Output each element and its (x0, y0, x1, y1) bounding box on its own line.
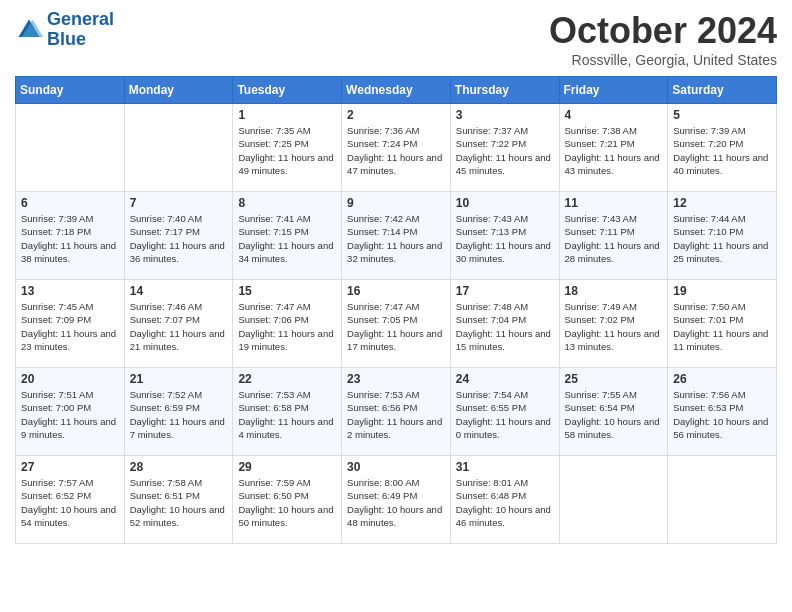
calendar-cell: 11Sunrise: 7:43 AM Sunset: 7:11 PM Dayli… (559, 192, 668, 280)
calendar-header: SundayMondayTuesdayWednesdayThursdayFrid… (16, 77, 777, 104)
day-info: Sunrise: 8:01 AM Sunset: 6:48 PM Dayligh… (456, 476, 554, 529)
day-info: Sunrise: 7:59 AM Sunset: 6:50 PM Dayligh… (238, 476, 336, 529)
day-info: Sunrise: 7:47 AM Sunset: 7:06 PM Dayligh… (238, 300, 336, 353)
day-number: 8 (238, 196, 336, 210)
calendar-cell: 31Sunrise: 8:01 AM Sunset: 6:48 PM Dayli… (450, 456, 559, 544)
day-info: Sunrise: 7:44 AM Sunset: 7:10 PM Dayligh… (673, 212, 771, 265)
calendar-week-row: 13Sunrise: 7:45 AM Sunset: 7:09 PM Dayli… (16, 280, 777, 368)
day-number: 1 (238, 108, 336, 122)
day-number: 25 (565, 372, 663, 386)
day-number: 10 (456, 196, 554, 210)
calendar-cell: 16Sunrise: 7:47 AM Sunset: 7:05 PM Dayli… (342, 280, 451, 368)
calendar-cell (124, 104, 233, 192)
calendar-cell: 29Sunrise: 7:59 AM Sunset: 6:50 PM Dayli… (233, 456, 342, 544)
day-number: 29 (238, 460, 336, 474)
calendar-cell: 8Sunrise: 7:41 AM Sunset: 7:15 PM Daylig… (233, 192, 342, 280)
calendar-cell: 18Sunrise: 7:49 AM Sunset: 7:02 PM Dayli… (559, 280, 668, 368)
day-info: Sunrise: 7:53 AM Sunset: 6:58 PM Dayligh… (238, 388, 336, 441)
month-title: October 2024 (549, 10, 777, 52)
logo-text: General Blue (47, 10, 114, 50)
day-info: Sunrise: 8:00 AM Sunset: 6:49 PM Dayligh… (347, 476, 445, 529)
day-info: Sunrise: 7:42 AM Sunset: 7:14 PM Dayligh… (347, 212, 445, 265)
day-number: 5 (673, 108, 771, 122)
day-number: 26 (673, 372, 771, 386)
day-info: Sunrise: 7:47 AM Sunset: 7:05 PM Dayligh… (347, 300, 445, 353)
logo: General Blue (15, 10, 114, 50)
calendar-cell: 21Sunrise: 7:52 AM Sunset: 6:59 PM Dayli… (124, 368, 233, 456)
day-info: Sunrise: 7:48 AM Sunset: 7:04 PM Dayligh… (456, 300, 554, 353)
calendar-cell: 9Sunrise: 7:42 AM Sunset: 7:14 PM Daylig… (342, 192, 451, 280)
day-number: 27 (21, 460, 119, 474)
day-info: Sunrise: 7:57 AM Sunset: 6:52 PM Dayligh… (21, 476, 119, 529)
day-info: Sunrise: 7:54 AM Sunset: 6:55 PM Dayligh… (456, 388, 554, 441)
day-info: Sunrise: 7:39 AM Sunset: 7:20 PM Dayligh… (673, 124, 771, 177)
day-info: Sunrise: 7:51 AM Sunset: 7:00 PM Dayligh… (21, 388, 119, 441)
day-info: Sunrise: 7:53 AM Sunset: 6:56 PM Dayligh… (347, 388, 445, 441)
day-of-week-header: Monday (124, 77, 233, 104)
day-number: 21 (130, 372, 228, 386)
calendar-cell (559, 456, 668, 544)
calendar-cell: 5Sunrise: 7:39 AM Sunset: 7:20 PM Daylig… (668, 104, 777, 192)
day-info: Sunrise: 7:37 AM Sunset: 7:22 PM Dayligh… (456, 124, 554, 177)
calendar-cell: 19Sunrise: 7:50 AM Sunset: 7:01 PM Dayli… (668, 280, 777, 368)
calendar-cell: 14Sunrise: 7:46 AM Sunset: 7:07 PM Dayli… (124, 280, 233, 368)
day-number: 14 (130, 284, 228, 298)
calendar-cell: 6Sunrise: 7:39 AM Sunset: 7:18 PM Daylig… (16, 192, 125, 280)
day-number: 3 (456, 108, 554, 122)
calendar-cell: 7Sunrise: 7:40 AM Sunset: 7:17 PM Daylig… (124, 192, 233, 280)
day-number: 9 (347, 196, 445, 210)
day-number: 20 (21, 372, 119, 386)
day-info: Sunrise: 7:49 AM Sunset: 7:02 PM Dayligh… (565, 300, 663, 353)
title-block: October 2024 Rossville, Georgia, United … (549, 10, 777, 68)
day-number: 31 (456, 460, 554, 474)
calendar-week-row: 1Sunrise: 7:35 AM Sunset: 7:25 PM Daylig… (16, 104, 777, 192)
day-info: Sunrise: 7:40 AM Sunset: 7:17 PM Dayligh… (130, 212, 228, 265)
calendar-cell: 23Sunrise: 7:53 AM Sunset: 6:56 PM Dayli… (342, 368, 451, 456)
calendar-cell (668, 456, 777, 544)
day-number: 2 (347, 108, 445, 122)
calendar-cell: 22Sunrise: 7:53 AM Sunset: 6:58 PM Dayli… (233, 368, 342, 456)
logo-icon (15, 16, 43, 44)
calendar-week-row: 6Sunrise: 7:39 AM Sunset: 7:18 PM Daylig… (16, 192, 777, 280)
day-info: Sunrise: 7:50 AM Sunset: 7:01 PM Dayligh… (673, 300, 771, 353)
day-number: 13 (21, 284, 119, 298)
calendar-cell: 4Sunrise: 7:38 AM Sunset: 7:21 PM Daylig… (559, 104, 668, 192)
day-number: 16 (347, 284, 445, 298)
logo-line2: Blue (47, 29, 86, 49)
day-number: 17 (456, 284, 554, 298)
day-of-week-header: Friday (559, 77, 668, 104)
day-of-week-header: Saturday (668, 77, 777, 104)
day-info: Sunrise: 7:36 AM Sunset: 7:24 PM Dayligh… (347, 124, 445, 177)
day-of-week-header: Sunday (16, 77, 125, 104)
day-number: 22 (238, 372, 336, 386)
calendar-body: 1Sunrise: 7:35 AM Sunset: 7:25 PM Daylig… (16, 104, 777, 544)
day-number: 18 (565, 284, 663, 298)
calendar-cell: 17Sunrise: 7:48 AM Sunset: 7:04 PM Dayli… (450, 280, 559, 368)
day-number: 19 (673, 284, 771, 298)
day-info: Sunrise: 7:43 AM Sunset: 7:11 PM Dayligh… (565, 212, 663, 265)
calendar-cell: 20Sunrise: 7:51 AM Sunset: 7:00 PM Dayli… (16, 368, 125, 456)
calendar-cell: 13Sunrise: 7:45 AM Sunset: 7:09 PM Dayli… (16, 280, 125, 368)
days-of-week-row: SundayMondayTuesdayWednesdayThursdayFrid… (16, 77, 777, 104)
day-info: Sunrise: 7:55 AM Sunset: 6:54 PM Dayligh… (565, 388, 663, 441)
day-info: Sunrise: 7:38 AM Sunset: 7:21 PM Dayligh… (565, 124, 663, 177)
day-info: Sunrise: 7:35 AM Sunset: 7:25 PM Dayligh… (238, 124, 336, 177)
day-number: 23 (347, 372, 445, 386)
calendar-cell: 24Sunrise: 7:54 AM Sunset: 6:55 PM Dayli… (450, 368, 559, 456)
calendar-cell: 15Sunrise: 7:47 AM Sunset: 7:06 PM Dayli… (233, 280, 342, 368)
location-subtitle: Rossville, Georgia, United States (549, 52, 777, 68)
day-info: Sunrise: 7:58 AM Sunset: 6:51 PM Dayligh… (130, 476, 228, 529)
day-number: 24 (456, 372, 554, 386)
calendar-cell: 30Sunrise: 8:00 AM Sunset: 6:49 PM Dayli… (342, 456, 451, 544)
calendar-table: SundayMondayTuesdayWednesdayThursdayFrid… (15, 76, 777, 544)
calendar-week-row: 27Sunrise: 7:57 AM Sunset: 6:52 PM Dayli… (16, 456, 777, 544)
day-info: Sunrise: 7:39 AM Sunset: 7:18 PM Dayligh… (21, 212, 119, 265)
day-of-week-header: Wednesday (342, 77, 451, 104)
calendar-cell: 10Sunrise: 7:43 AM Sunset: 7:13 PM Dayli… (450, 192, 559, 280)
calendar-cell: 3Sunrise: 7:37 AM Sunset: 7:22 PM Daylig… (450, 104, 559, 192)
calendar-cell: 26Sunrise: 7:56 AM Sunset: 6:53 PM Dayli… (668, 368, 777, 456)
day-number: 7 (130, 196, 228, 210)
calendar-cell: 12Sunrise: 7:44 AM Sunset: 7:10 PM Dayli… (668, 192, 777, 280)
day-of-week-header: Thursday (450, 77, 559, 104)
day-number: 28 (130, 460, 228, 474)
